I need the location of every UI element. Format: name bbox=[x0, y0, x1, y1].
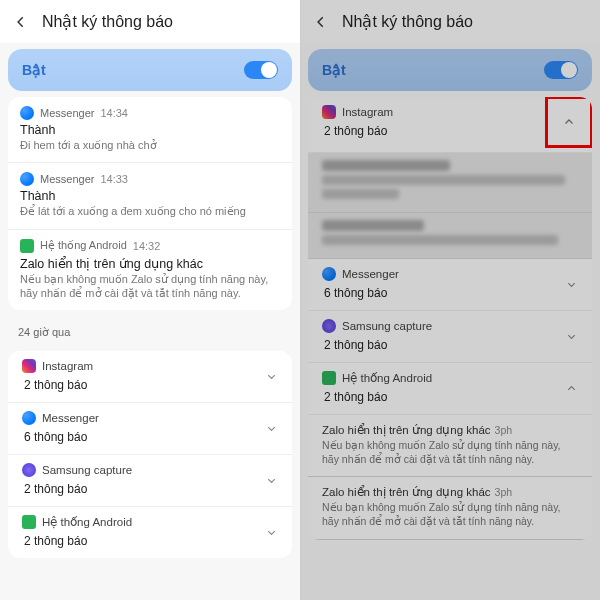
recent-notifications-card: Messenger 14:34 Thành Đi hem tới a xuống… bbox=[8, 97, 292, 310]
android-icon bbox=[22, 515, 36, 529]
instagram-icon bbox=[322, 105, 336, 119]
android-icon bbox=[322, 371, 336, 385]
count-label: 2 thông báo bbox=[22, 534, 278, 548]
summary-row-messenger[interactable]: Messenger 6 thông báo bbox=[308, 259, 592, 311]
app-name: Hệ thống Android bbox=[40, 239, 127, 252]
app-name: Messenger bbox=[42, 412, 99, 424]
app-name: Samsung capture bbox=[342, 320, 432, 332]
chevron-down-icon[interactable] bbox=[264, 370, 278, 384]
collapse-button[interactable] bbox=[546, 97, 592, 147]
chevron-down-icon[interactable] bbox=[564, 278, 578, 292]
back-icon[interactable] bbox=[310, 11, 332, 33]
messenger-icon bbox=[20, 172, 34, 186]
summary-row-android[interactable]: Hệ thống Android 2 thông báo bbox=[308, 363, 592, 415]
expanded-card: Instagram 2 thông báo Messenger 6 thông … bbox=[308, 97, 592, 540]
notif-title: Thành bbox=[20, 189, 280, 203]
summary-row-android[interactable]: Hệ thống Android 2 thông báo bbox=[8, 507, 292, 558]
messenger-icon bbox=[322, 267, 336, 281]
blurred-notification bbox=[308, 153, 592, 213]
left-panel: Nhật ký thông báo Bật Messenger 14:34 Th… bbox=[0, 0, 300, 600]
samsung-capture-icon bbox=[322, 319, 336, 333]
master-toggle-bar[interactable]: Bật bbox=[308, 49, 592, 91]
notif-title: Zalo hiển thị trên ứng dụng khác bbox=[20, 256, 280, 271]
zalo-notification[interactable]: Zalo hiển thị trên ứng dụng khác3ph Nếu … bbox=[308, 477, 592, 539]
page-title: Nhật ký thông báo bbox=[342, 12, 473, 31]
summary-row-instagram[interactable]: Instagram 2 thông báo bbox=[8, 351, 292, 403]
summary-row-messenger[interactable]: Messenger 6 thông báo bbox=[8, 403, 292, 455]
messenger-icon bbox=[20, 106, 34, 120]
app-name: Instagram bbox=[42, 360, 93, 372]
app-name: Messenger bbox=[40, 173, 94, 185]
app-name: Hệ thống Android bbox=[42, 515, 132, 529]
count-label: 6 thông báo bbox=[322, 286, 578, 300]
notif-title: Thành bbox=[20, 123, 280, 137]
chevron-down-icon[interactable] bbox=[564, 330, 578, 344]
summary-row-instagram-expanded[interactable]: Instagram 2 thông báo bbox=[308, 97, 592, 153]
summary-row-samsung[interactable]: Samsung capture 2 thông báo bbox=[308, 311, 592, 363]
notification-item[interactable]: Messenger 14:34 Thành Đi hem tới a xuống… bbox=[8, 97, 292, 163]
toggle-switch-icon[interactable] bbox=[244, 61, 278, 79]
header: Nhật ký thông báo bbox=[300, 0, 600, 43]
header: Nhật ký thông báo bbox=[0, 0, 300, 43]
app-name: Hệ thống Android bbox=[342, 371, 432, 385]
messenger-icon bbox=[22, 411, 36, 425]
notif-title: Zalo hiển thị trên ứng dụng khác3ph bbox=[322, 485, 578, 499]
zalo-notification[interactable]: Zalo hiển thị trên ứng dụng khác3ph Nếu … bbox=[308, 415, 592, 477]
timestamp: 14:32 bbox=[133, 240, 161, 252]
android-icon bbox=[20, 239, 34, 253]
count-label: 2 thông báo bbox=[22, 378, 278, 392]
count-label: 2 thông báo bbox=[322, 390, 578, 404]
app-name: Samsung capture bbox=[42, 464, 132, 476]
notification-item[interactable]: Messenger 14:33 Thành Để lát tới a xuống… bbox=[8, 163, 292, 229]
notif-body: Đi hem tới a xuống nhà chở bbox=[20, 138, 280, 152]
notif-body: Nếu bạn không muốn Zalo sử dụng tính năn… bbox=[322, 501, 578, 528]
count-label: 6 thông báo bbox=[22, 430, 278, 444]
page-title: Nhật ký thông báo bbox=[42, 12, 173, 31]
app-name: Instagram bbox=[342, 106, 393, 118]
count-label: 2 thông báo bbox=[22, 482, 278, 496]
back-icon[interactable] bbox=[10, 11, 32, 33]
timestamp: 3ph bbox=[495, 486, 513, 498]
toggle-label: Bật bbox=[322, 62, 346, 78]
chevron-down-icon[interactable] bbox=[264, 422, 278, 436]
summary-card: Instagram 2 thông báo Messenger 6 thông … bbox=[8, 351, 292, 558]
samsung-capture-icon bbox=[22, 463, 36, 477]
notif-title: Zalo hiển thị trên ứng dụng khác3ph bbox=[322, 423, 578, 437]
toggle-label: Bật bbox=[22, 62, 46, 78]
notif-body: Nếu bạn không muốn Zalo sử dụng tính năn… bbox=[20, 272, 280, 301]
chevron-down-icon[interactable] bbox=[264, 474, 278, 488]
section-24h-label: 24 giờ qua bbox=[0, 316, 300, 345]
notif-body: Để lát tới a xuống a đem xuống cho nó mi… bbox=[20, 204, 280, 218]
master-toggle-bar[interactable]: Bật bbox=[8, 49, 292, 91]
chevron-up-icon[interactable] bbox=[564, 382, 578, 396]
count-label: 2 thông báo bbox=[322, 124, 578, 138]
right-panel: Nhật ký thông báo Bật Instagram 2 thông … bbox=[300, 0, 600, 600]
count-label: 2 thông báo bbox=[322, 338, 578, 352]
blurred-notification bbox=[308, 213, 592, 259]
timestamp: 14:34 bbox=[100, 107, 128, 119]
app-name: Messenger bbox=[342, 268, 399, 280]
app-name: Messenger bbox=[40, 107, 94, 119]
instagram-icon bbox=[22, 359, 36, 373]
summary-row-samsung[interactable]: Samsung capture 2 thông báo bbox=[8, 455, 292, 507]
timestamp: 14:33 bbox=[100, 173, 128, 185]
notification-item[interactable]: Hệ thống Android 14:32 Zalo hiển thị trê… bbox=[8, 230, 292, 311]
toggle-switch-icon[interactable] bbox=[544, 61, 578, 79]
chevron-down-icon[interactable] bbox=[264, 526, 278, 540]
notif-body: Nếu bạn không muốn Zalo sử dụng tính năn… bbox=[322, 439, 578, 466]
timestamp: 3ph bbox=[495, 424, 513, 436]
